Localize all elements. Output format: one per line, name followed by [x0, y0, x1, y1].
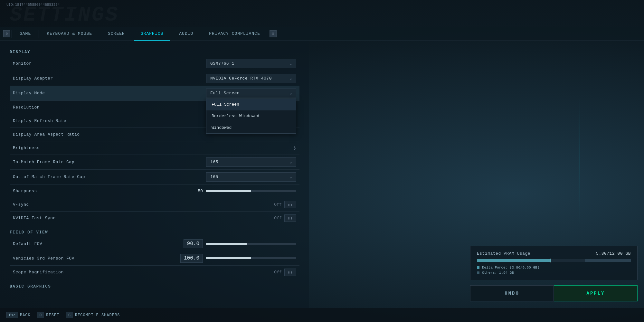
vram-legend-others-label: Others: 1.94 GB	[482, 271, 514, 275]
monitor-label: Monitor	[13, 61, 206, 66]
tab-separator-1	[39, 30, 39, 38]
display-adapter-dropdown[interactable]: NVIDIA GeForce RTX 4070 ⌄	[206, 74, 296, 83]
back-label: Back	[20, 313, 31, 317]
out-match-cap-dropdown[interactable]: 165 ⌄	[206, 172, 296, 182]
in-match-cap-value: 165	[210, 160, 287, 165]
vehicles-fov-value: 100.0	[184, 255, 199, 261]
sharpness-control: 50	[193, 189, 296, 194]
default-fov-value: 90.0	[187, 241, 199, 247]
display-mode-arrow: ⌄	[290, 91, 292, 96]
right-panel: Estimated VRAM Usage 5.80/12.00 GB Delta…	[309, 41, 644, 308]
main-content: DISPLAY Monitor GSM7766 1 ⌄ Display Adap…	[0, 41, 644, 308]
vram-legend-delta: Delta Force: (3.86/9.60 GB)	[477, 266, 631, 270]
basic-graphics-section-title: BASIC GRAPHICS	[10, 284, 299, 289]
default-fov-slider-container: 90.0	[184, 239, 296, 248]
sharpness-fill	[206, 190, 251, 192]
tab-g-icon: G	[270, 30, 277, 37]
default-fov-label: Default FOV	[13, 242, 184, 246]
vram-legend-others: Others: 1.94 GB	[477, 271, 631, 275]
default-fov-fill	[206, 243, 247, 245]
fast-sync-label: NVIDIA Fast Sync	[13, 216, 274, 221]
vram-header: Estimated VRAM Usage 5.80/12.00 GB	[477, 251, 631, 256]
settings-panel: DISPLAY Monitor GSM7766 1 ⌄ Display Adap…	[0, 41, 309, 308]
display-adapter-arrow: ⌄	[290, 76, 292, 81]
sharpness-slider-container: 50	[193, 189, 296, 194]
setting-display-adapter: Display Adapter NVIDIA GeForce RTX 4070 …	[10, 71, 299, 86]
monitor-control: GSM7766 1 ⌄	[206, 59, 296, 68]
tab-separator-4	[171, 30, 171, 38]
display-mode-label: Display Mode	[13, 91, 206, 96]
tab-audio[interactable]: AUDIO	[173, 27, 200, 41]
setting-monitor: Monitor GSM7766 1 ⌄	[10, 56, 299, 71]
tab-screen[interactable]: SCREEN	[101, 27, 131, 41]
default-fov-input[interactable]: 90.0	[184, 239, 203, 248]
fast-sync-control: Off ▮▮	[274, 214, 296, 222]
tab-num-left: 0	[3, 30, 10, 37]
footer-recompile[interactable]: G Recompile Shaders	[66, 312, 120, 318]
tab-bar: 0 GAME KEYBOARD & MOUSE SCREEN GRAPHICS …	[0, 27, 644, 41]
vsync-toggle-group: Off ▮▮	[274, 201, 296, 208]
tab-separator-6	[268, 30, 268, 38]
tab-separator-3	[133, 30, 133, 38]
tab-keyboard-mouse-label: KEYBOARD & MOUSE	[47, 31, 92, 36]
display-mode-dropdown[interactable]: Full Screen ⌄	[206, 89, 296, 98]
display-section-title: DISPLAY	[10, 50, 299, 54]
fast-sync-toggle-group: Off ▮▮	[274, 214, 296, 222]
setting-display-mode: Display Mode Full Screen ⌄ Full Screen B…	[10, 86, 299, 101]
display-mode-option-windowed[interactable]: Windowed	[206, 122, 296, 133]
setting-default-fov: Default FOV 90.0	[10, 237, 299, 251]
vram-legend-others-dot	[477, 271, 479, 274]
default-fov-control: 90.0	[184, 239, 296, 248]
display-mode-option-borderless[interactable]: Borderless Windowed	[206, 110, 296, 122]
monitor-dropdown[interactable]: GSM7766 1 ⌄	[206, 59, 296, 68]
r-key: R	[37, 312, 44, 318]
default-fov-slider[interactable]	[206, 243, 296, 245]
vehicles-fov-slider[interactable]	[206, 257, 296, 259]
tab-audio-label: AUDIO	[179, 31, 193, 36]
fast-sync-value-label: Off	[274, 216, 281, 221]
display-mode-option-fullscreen[interactable]: Full Screen	[206, 99, 296, 110]
scope-control: Off ▮▮	[274, 269, 296, 276]
tab-privacy-label: PRIVACY COMPLIANCE	[209, 31, 260, 36]
display-mode-menu: Full Screen Borderless Windowed Windowed	[206, 99, 296, 134]
in-match-cap-dropdown[interactable]: 165 ⌄	[206, 157, 296, 167]
tab-game[interactable]: GAME	[13, 27, 37, 41]
brightness-control: ❯	[293, 145, 296, 151]
tab-separator-5	[201, 30, 201, 38]
sharpness-slider[interactable]	[206, 190, 296, 192]
scope-toggle-group: Off ▮▮	[274, 269, 296, 276]
display-adapter-value: NVIDIA GeForce RTX 4070	[210, 76, 287, 81]
tab-separator-0	[12, 30, 12, 38]
vram-card: Estimated VRAM Usage 5.80/12.00 GB Delta…	[470, 246, 638, 280]
tab-screen-label: SCREEN	[108, 31, 125, 36]
vehicles-fov-fill	[206, 257, 251, 259]
vehicles-fov-input[interactable]: 100.0	[180, 254, 203, 263]
vram-bar-remainder	[585, 259, 631, 262]
tab-graphics[interactable]: GRAPHICS	[134, 27, 170, 41]
setting-vsync: V-sync Off ▮▮	[10, 198, 299, 212]
tab-keyboard-mouse[interactable]: KEYBOARD & MOUSE	[40, 27, 99, 41]
vsync-toggle[interactable]: ▮▮	[284, 201, 296, 208]
reset-label: Reset	[46, 313, 59, 317]
vram-title: Estimated VRAM Usage	[477, 251, 530, 256]
brightness-chevron-icon: ❯	[293, 145, 296, 151]
undo-button[interactable]: UNDO	[470, 285, 554, 301]
footer: Esc Back R Reset G Recompile Shaders	[0, 308, 644, 322]
vsync-value-label: Off	[274, 202, 281, 207]
apply-button[interactable]: APPLY	[554, 285, 638, 301]
footer-back[interactable]: Esc Back	[6, 312, 31, 318]
setting-sharpness: Sharpness 50	[10, 185, 299, 198]
setting-fast-sync: NVIDIA Fast Sync Off ▮▮	[10, 212, 299, 225]
recompile-label: Recompile Shaders	[75, 313, 120, 317]
vram-bar-marker	[551, 258, 551, 263]
vram-bar	[477, 259, 631, 262]
fast-sync-toggle[interactable]: ▮▮	[284, 214, 296, 222]
tab-separator-2	[100, 30, 100, 38]
footer-reset[interactable]: R Reset	[37, 312, 60, 318]
vram-value: 5.80/12.00 GB	[596, 251, 631, 256]
tab-privacy[interactable]: PRIVACY COMPLIANCE	[203, 27, 266, 41]
setting-brightness[interactable]: Brightness ❯	[10, 141, 299, 155]
scope-toggle[interactable]: ▮▮	[284, 269, 296, 276]
display-mode-value: Full Screen	[210, 91, 287, 96]
title-watermark: Settings	[6, 4, 638, 27]
